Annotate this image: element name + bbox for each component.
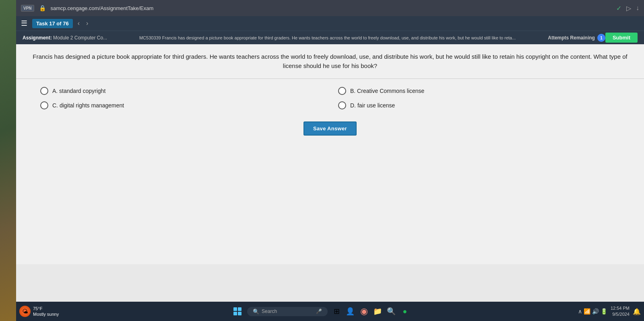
attempts-label: Attempts Remaining xyxy=(548,35,595,41)
attempts-badge: 1 xyxy=(597,34,605,42)
search-icon: 🔍 xyxy=(253,309,259,315)
search-bar[interactable]: 🔍 Search 🎤 xyxy=(247,307,328,316)
mic-icon: 🎤 xyxy=(316,309,322,314)
task-label: Task 17 of 76 xyxy=(32,19,73,28)
weather-text: 75°F Mostly sunny xyxy=(33,306,59,317)
start-button[interactable] xyxy=(231,306,244,317)
answer-option-d[interactable]: D. fair use license xyxy=(338,101,620,109)
browser-window: VPN 🔒 samcp.cengage.com/AssignmentTake/E… xyxy=(16,0,644,321)
answer-option-c[interactable]: C. digital rights management xyxy=(40,101,322,109)
answer-label-a: A. standard copyright xyxy=(52,88,105,94)
weather-widget: 🌤 75°F Mostly sunny xyxy=(19,306,59,317)
answers-section: A. standard copyright B. Creative Common… xyxy=(16,79,644,117)
question-text: Francis has designed a picture book appr… xyxy=(32,52,628,70)
check-icon: ✓ xyxy=(616,4,621,12)
taskbar-circle-icon[interactable]: ◉ xyxy=(358,306,369,317)
task-description: MC530339 Francis has designed a picture … xyxy=(107,35,548,40)
taskbar-folder-icon[interactable]: 📁 xyxy=(372,306,383,317)
vpn-badge: VPN xyxy=(21,5,34,12)
volume-icon[interactable]: 🔊 xyxy=(592,308,599,315)
wifi-icon[interactable]: 📶 xyxy=(584,308,590,315)
system-icons: ∧ 📶 🔊 🔋 xyxy=(578,308,607,315)
answer-option-a[interactable]: A. standard copyright xyxy=(40,87,322,95)
nav-bar: ☰ Task 17 of 76 ‹ › xyxy=(16,16,644,31)
prev-arrow[interactable]: ‹ xyxy=(76,19,81,28)
taskbar: 🌤 75°F Mostly sunny 🔍 Search 🎤 xyxy=(16,302,644,321)
next-arrow[interactable]: › xyxy=(85,19,90,28)
taskbar-right: ∧ 📶 🔊 🔋 12:54 PM 9/5/2024 🔔 xyxy=(578,305,641,318)
weather-condition: Mostly sunny xyxy=(33,311,59,317)
clock-time: 12:54 PM xyxy=(611,305,630,311)
download-icon: ↓ xyxy=(636,4,639,12)
taskbar-app-icons: ⊞ 👤 ◉ 📁 🔍 ● xyxy=(331,306,411,317)
answer-label-c: C. digital rights management xyxy=(52,102,124,109)
save-answer-button[interactable]: Save Answer xyxy=(303,121,357,136)
windows-icon xyxy=(233,307,242,315)
taskbar-person-icon[interactable]: 👤 xyxy=(345,306,356,317)
search-placeholder: Search xyxy=(262,309,314,314)
answer-label-d: D. fair use license xyxy=(350,102,395,109)
taskbar-squares-icon[interactable]: ⊞ xyxy=(331,306,342,317)
content-area: Francis has designed a picture book appr… xyxy=(16,44,644,321)
assignment-label: Assignment: Module 2 Computer Co... xyxy=(23,35,107,41)
lock-icon: 🔒 xyxy=(39,5,46,11)
clock-date: 9/5/2024 xyxy=(611,311,630,317)
play-icon: ▷ xyxy=(626,4,631,12)
taskbar-spotify-icon[interactable]: ● xyxy=(399,306,411,317)
radio-a[interactable] xyxy=(40,87,48,95)
hamburger-icon[interactable]: ☰ xyxy=(21,19,27,28)
browser-actions: ✓ ▷ ↓ xyxy=(616,4,639,12)
answer-option-b[interactable]: B. Creative Commons license xyxy=(338,87,620,95)
notification-icon[interactable]: 🔔 xyxy=(633,308,641,315)
question-container: Francis has designed a picture book appr… xyxy=(16,44,644,79)
taskbar-center: 🔍 Search 🎤 ⊞ 👤 ◉ 📁 🔍 ● xyxy=(64,306,578,317)
taskbar-search2-icon[interactable]: 🔍 xyxy=(386,306,397,317)
chevron-up-icon[interactable]: ∧ xyxy=(578,308,582,315)
weather-icon: 🌤 xyxy=(19,306,31,317)
info-bar: Assignment: Module 2 Computer Co... MC53… xyxy=(16,31,644,44)
attempts-section: Attempts Remaining 1 xyxy=(548,34,605,42)
radio-c[interactable] xyxy=(40,101,48,109)
submit-button[interactable]: Submit xyxy=(605,33,638,43)
save-answer-section: Save Answer xyxy=(16,117,644,144)
address-bar: samcp.cengage.com/AssignmentTake/Exam xyxy=(51,5,611,11)
answer-label-b: B. Creative Commons license xyxy=(350,88,424,94)
battery-icon[interactable]: 🔋 xyxy=(601,308,607,315)
clock-area: 12:54 PM 9/5/2024 xyxy=(611,305,630,318)
radio-b[interactable] xyxy=(338,87,346,95)
radio-d[interactable] xyxy=(338,101,346,109)
empty-content-area xyxy=(16,144,644,264)
browser-chrome: VPN 🔒 samcp.cengage.com/AssignmentTake/E… xyxy=(16,0,644,16)
weather-temp: 75°F xyxy=(33,306,59,311)
